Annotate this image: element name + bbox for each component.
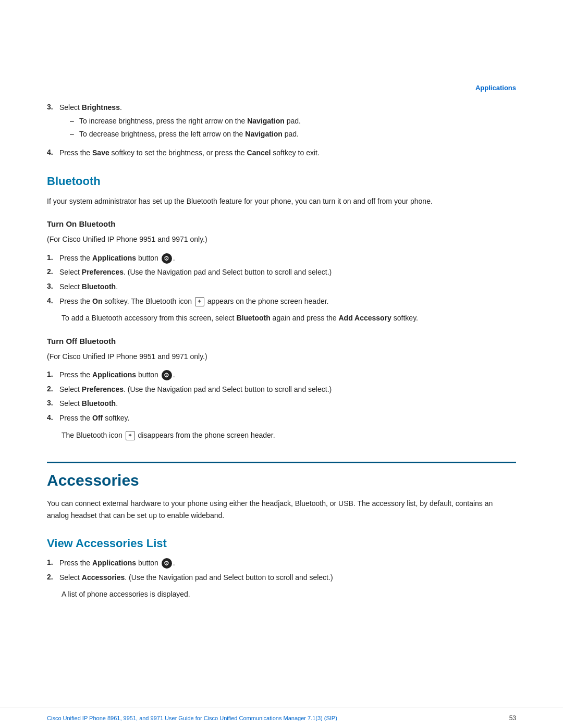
brightness-increase-text: To increase brightness, press the right … (79, 116, 301, 127)
view-step1-content: Press the Applications button . (59, 558, 516, 569)
step3-item: 3. Select Brightness. – To increase brig… (47, 102, 516, 142)
turn-on-step3: 3. Select Bluetooth. (47, 281, 516, 293)
turn-off-step2-num: 2. (47, 384, 59, 393)
turn-off-step2: 2. Select Preferences. (Use the Navigati… (47, 384, 516, 396)
brightness-increase: – To increase brightness, press the righ… (59, 116, 516, 127)
turn-on-step3-content: Select Bluetooth. (59, 281, 516, 293)
turn-on-step1-num: 1. (47, 253, 59, 262)
view-step1: 1. Press the Applications button . (47, 558, 516, 569)
turn-off-step3-content: Select Bluetooth. (59, 398, 516, 410)
view-accessories-steps: 1. Press the Applications button . 2. Se… (47, 558, 516, 583)
dash-icon: – (70, 116, 79, 127)
step4-number: 4. (47, 147, 59, 156)
header-section: Applications (0, 0, 563, 102)
turn-on-step1-content: Press the Applications button . (59, 253, 516, 264)
view-step2-content: Select Accessories. (Use the Navigation … (59, 572, 516, 584)
turn-off-steps: 1. Press the Applications button . 2. Se… (47, 369, 516, 424)
add-accessory-note: To add a Bluetooth accessory from this s… (47, 312, 516, 324)
turn-on-step4-content: Press the On softkey. The Bluetooth icon… (59, 296, 516, 307)
turn-on-step1: 1. Press the Applications button . (47, 253, 516, 264)
turn-off-step1-num: 1. (47, 369, 59, 378)
step4-brightness: 4. Press the Save softkey to set the bri… (47, 147, 516, 159)
step4-content: Press the Save softkey to set the bright… (59, 147, 516, 159)
step4-item: 4. Press the Save softkey to set the bri… (47, 147, 516, 159)
bluetooth-heading: Bluetooth (47, 175, 516, 188)
bluetooth-icon2: ✦ (126, 431, 135, 440)
turn-off-step4-content: Press the Off softkey. (59, 413, 516, 424)
turn-on-heading: Turn On Bluetooth (47, 219, 516, 228)
brightness-decrease-text: To decrease brightness, press the left a… (79, 129, 299, 140)
footer-bar: Cisco Unified IP Phone 8961, 9951, and 9… (0, 708, 563, 728)
applications-button-icon3 (162, 558, 172, 569)
turn-off-step4: 4. Press the Off softkey. (47, 413, 516, 424)
turn-off-step1: 1. Press the Applications button . (47, 369, 516, 381)
view-accessories-heading: View Accessories List (47, 537, 516, 550)
page-container: Applications 3. Select Brightness. – To … (0, 0, 563, 728)
turn-off-step3-num: 3. (47, 398, 59, 407)
turn-off-step2-content: Select Preferences. (Use the Navigation … (59, 384, 516, 396)
brightness-decrease: – To decrease brightness, press the left… (59, 129, 516, 140)
footer-link[interactable]: Cisco Unified IP Phone 8961, 9951, and 9… (47, 715, 337, 721)
turn-on-step2: 2. Select Preferences. (Use the Navigati… (47, 267, 516, 278)
bluetooth-intro: If your system administrator has set up … (47, 195, 516, 207)
turn-on-step2-content: Select Preferences. (Use the Navigation … (59, 267, 516, 278)
turn-on-step4: 4. Press the On softkey. The Bluetooth i… (47, 296, 516, 307)
applications-header: Applications (475, 84, 516, 92)
brightness-sublist: – To increase brightness, press the righ… (59, 116, 516, 140)
turn-off-step1-content: Press the Applications button . (59, 369, 516, 381)
turn-off-step3: 3. Select Bluetooth. (47, 398, 516, 410)
applications-button-icon2 (162, 370, 172, 380)
view-step2: 2. Select Accessories. (Use the Navigati… (47, 572, 516, 584)
turn-on-steps: 1. Press the Applications button . 2. Se… (47, 253, 516, 307)
turn-off-heading: Turn Off Bluetooth (47, 337, 516, 346)
bt-disappear-note: The Bluetooth icon ✦ disappears from the… (47, 429, 516, 441)
view-step1-num: 1. (47, 558, 59, 566)
step3-content: Select Brightness. – To increase brightn… (59, 102, 516, 142)
turn-on-note: (For Cisco Unified IP Phone 9951 and 997… (47, 233, 516, 245)
dash-icon2: – (70, 129, 79, 140)
view-step2-num: 2. (47, 572, 59, 581)
bluetooth-icon: ✦ (195, 297, 204, 306)
turn-off-step4-num: 4. (47, 413, 59, 422)
step3-number: 3. (47, 102, 59, 111)
accessories-heading: Accessories (47, 462, 516, 489)
accessories-display-note: A list of phone accessories is displayed… (47, 588, 516, 600)
turn-on-step3-num: 3. (47, 281, 59, 290)
step3-brightness: 3. Select Brightness. – To increase brig… (47, 102, 516, 142)
turn-off-note: (For Cisco Unified IP Phone 9951 and 997… (47, 351, 516, 362)
accessories-intro: You can connect external hardware to you… (47, 498, 516, 521)
content-area: 3. Select Brightness. – To increase brig… (0, 102, 563, 636)
applications-button-icon (162, 253, 172, 264)
turn-on-step2-num: 2. (47, 267, 59, 276)
turn-on-step4-num: 4. (47, 296, 59, 305)
footer-page-number: 53 (509, 714, 516, 722)
